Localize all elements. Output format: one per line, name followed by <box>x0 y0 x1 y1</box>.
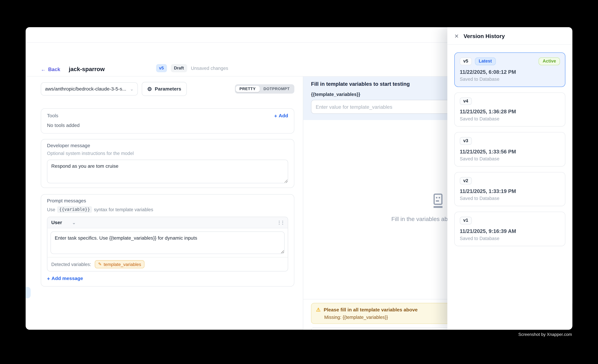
plus-icon: + <box>47 276 50 281</box>
tools-empty-text: No tools added <box>47 123 288 128</box>
version-status: Saved to Database <box>460 156 560 161</box>
version-badge: v3 <box>460 137 472 145</box>
active-badge: Active <box>539 58 560 65</box>
close-icon[interactable]: ✕ <box>454 33 459 39</box>
message-header: User ⌄ ⋮⋮ <box>47 217 288 228</box>
pencil-icon: ✎ <box>98 262 102 267</box>
version-card[interactable]: v5 Latest Active 11/22/2025, 6:08:12 PM … <box>454 52 565 87</box>
version-status: Saved to Database <box>460 236 560 241</box>
app-window: ← Back jack-sparrow v5 Draft Unsaved cha… <box>26 27 573 330</box>
version-history-panel: ✕ Version History v5 Latest Active 11/22… <box>447 27 572 330</box>
add-tool-label: Add <box>279 113 288 118</box>
version-card-badges: v4 <box>460 97 560 105</box>
add-tool-button[interactable]: + Add <box>274 113 288 118</box>
role-select[interactable]: User ⌄ <box>51 220 76 225</box>
version-badge: v5 <box>156 64 167 72</box>
prompt-messages-card: Prompt messages Use {{variable}} syntax … <box>41 194 294 287</box>
version-status: Saved to Database <box>460 116 560 122</box>
version-status: Saved to Database <box>460 76 560 82</box>
version-card[interactable]: v4 11/21/2025, 1:36:28 PM Saved to Datab… <box>454 92 565 127</box>
chevron-down-icon: ⌄ <box>130 86 133 91</box>
version-card-badges: v1 <box>460 217 560 224</box>
chevron-down-icon: ⌄ <box>72 220 76 225</box>
message-textarea[interactable]: Enter task specifics. Use {{template_var… <box>50 232 285 254</box>
variable-syntax-hint: Use {{variable}} syntax for template var… <box>47 206 288 213</box>
add-message-label: Add message <box>51 276 83 281</box>
model-select[interactable]: aws/anthropic/bedrock-claude-3-5-s... ⌄ <box>41 82 138 96</box>
version-timestamp: 11/21/2025, 1:36:28 PM <box>460 109 560 115</box>
parameters-label: Parameters <box>155 86 181 92</box>
toggle-dotprompt[interactable]: DOTPROMPT <box>260 86 294 92</box>
version-timestamp: 11/21/2025, 1:33:19 PM <box>460 188 560 194</box>
version-card-badges: v5 Latest Active <box>460 58 560 65</box>
draft-badge: Draft <box>171 64 187 72</box>
version-history-title: Version History <box>464 33 505 39</box>
version-card[interactable]: v2 11/21/2025, 1:33:19 PM Saved to Datab… <box>454 172 565 206</box>
hint-suffix: syntax for template variables <box>94 207 153 212</box>
template-variable-chip[interactable]: ✎ template_variables <box>95 260 145 268</box>
back-button[interactable]: ← Back <box>41 66 60 72</box>
version-badge: v2 <box>460 177 472 184</box>
page-title: jack-sparrow <box>69 66 105 72</box>
message-body: Enter task specifics. Use {{template_var… <box>47 228 288 257</box>
parameters-button[interactable]: ⚙ Parameters <box>142 82 187 96</box>
add-message-button[interactable]: + Add message <box>47 276 288 281</box>
tools-card: Tools + Add No tools added <box>41 108 294 134</box>
plus-icon: + <box>274 113 277 118</box>
version-card-badges: v2 <box>460 177 560 184</box>
gear-icon: ⚙ <box>147 86 152 92</box>
variable-code-chip: {{variable}} <box>57 206 92 213</box>
warning-title: Please fill in all template variables ab… <box>324 307 418 313</box>
back-arrow-icon: ← <box>41 66 46 72</box>
role-value: User <box>51 220 62 225</box>
developer-message-subtitle: Optional system instructions for the mod… <box>47 151 288 156</box>
watermark-text: Screenshot by Xnapper.com <box>518 332 572 337</box>
version-list: v5 Latest Active 11/22/2025, 6:08:12 PM … <box>447 45 572 330</box>
hint-prefix: Use <box>47 207 55 212</box>
version-badge: v4 <box>460 97 472 105</box>
detected-variables-label: Detected variables: <box>51 262 91 267</box>
model-toolbar: aws/anthropic/bedrock-claude-3-5-s... ⌄ … <box>41 82 294 96</box>
version-card-badges: v3 <box>460 137 560 145</box>
screenshot-stage: ← Back jack-sparrow v5 Draft Unsaved cha… <box>0 0 598 364</box>
toggle-pretty[interactable]: PRETTY <box>235 86 260 92</box>
version-badge: v5 <box>460 58 472 65</box>
version-timestamp: 11/21/2025, 1:33:56 PM <box>460 149 560 154</box>
back-label: Back <box>48 66 60 72</box>
developer-message-title: Developer message <box>47 143 288 148</box>
unsaved-changes-label: Unsaved changes <box>191 65 228 71</box>
editor-pane: aws/anthropic/bedrock-claude-3-5-s... ⌄ … <box>26 76 303 330</box>
bot-icon <box>430 193 446 211</box>
header-badges: v5 Draft Unsaved changes <box>156 64 228 72</box>
version-card[interactable]: v3 11/21/2025, 1:33:56 PM Saved to Datab… <box>454 132 565 166</box>
developer-message-card: Developer message Optional system instru… <box>41 139 294 188</box>
version-timestamp: 11/22/2025, 6:08:12 PM <box>460 69 560 75</box>
edge-toggle-pill[interactable] <box>26 287 31 298</box>
latest-badge: Latest <box>475 58 496 65</box>
variable-chip-label: template_variables <box>104 262 141 266</box>
version-history-header: ✕ Version History <box>447 27 572 45</box>
message-block: User ⌄ ⋮⋮ Enter task specifics. Use {{te… <box>47 217 288 272</box>
drag-handle-icon[interactable]: ⋮⋮ <box>277 220 284 225</box>
view-mode-toggle: PRETTY DOTPROMPT <box>235 84 294 94</box>
developer-message-textarea[interactable]: Respond as you are tom cruise <box>47 160 288 183</box>
detected-variables-row: Detected variables: ✎ template_variables <box>47 257 288 271</box>
warning-icon: ⚠ <box>316 307 321 313</box>
version-timestamp: 11/21/2025, 9:16:39 AM <box>460 228 560 234</box>
version-card[interactable]: v1 11/21/2025, 9:16:39 AM Saved to Datab… <box>454 212 565 246</box>
version-badge: v1 <box>460 217 472 224</box>
model-select-value: aws/anthropic/bedrock-claude-3-5-s... <box>45 86 126 92</box>
prompt-messages-title: Prompt messages <box>47 198 288 203</box>
tools-title: Tools <box>47 113 58 118</box>
version-status: Saved to Database <box>460 196 560 201</box>
